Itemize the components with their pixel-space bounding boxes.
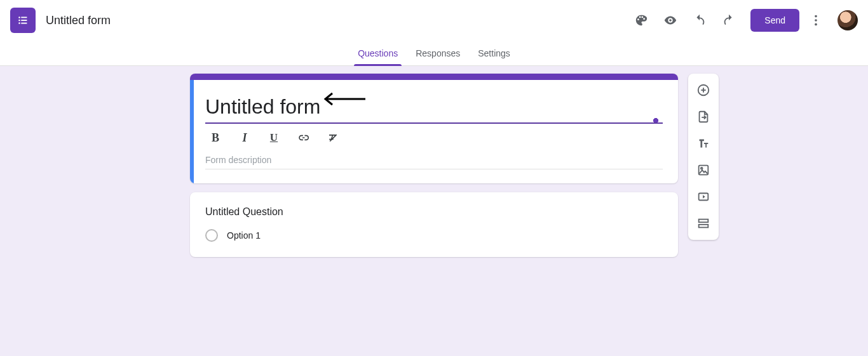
svg-rect-3 [21, 20, 27, 21]
option-row[interactable]: Option 1 [205, 229, 663, 242]
undo-icon [693, 13, 707, 27]
redo-icon [722, 13, 736, 27]
more-button[interactable] [803, 8, 829, 33]
format-bold-button[interactable]: B [208, 131, 223, 145]
form-title-input[interactable] [205, 93, 663, 124]
svg-point-2 [18, 20, 20, 22]
tab-responses[interactable]: Responses [407, 41, 469, 66]
preview-button[interactable] [658, 8, 683, 33]
question-card[interactable]: Untitled Question Option 1 [190, 192, 678, 257]
text-format-toolbar: B I U [205, 124, 663, 147]
svg-point-7 [815, 19, 817, 22]
title-card[interactable]: B I U [190, 74, 678, 183]
section-icon [696, 216, 710, 230]
format-underline-button[interactable]: U [266, 131, 281, 145]
redo-button[interactable] [716, 8, 742, 33]
send-button[interactable]: Send [750, 9, 799, 32]
eye-icon [663, 13, 677, 27]
title-card-accent-bar [190, 74, 678, 80]
svg-marker-17 [703, 195, 705, 199]
theme-button[interactable] [628, 8, 654, 33]
header-actions: Send [628, 8, 858, 33]
svg-point-15 [701, 168, 703, 169]
question-title[interactable]: Untitled Question [205, 206, 663, 218]
tabs-row: Questions Responses Settings [0, 41, 868, 66]
import-icon [696, 110, 710, 124]
svg-rect-5 [21, 23, 27, 24]
forms-logo-icon [16, 13, 30, 27]
svg-point-0 [18, 16, 20, 18]
text-icon [696, 136, 710, 150]
option-text[interactable]: Option 1 [227, 230, 261, 241]
svg-point-6 [815, 15, 817, 18]
link-icon [297, 131, 309, 144]
image-icon [696, 163, 710, 177]
import-questions-button[interactable] [691, 104, 716, 129]
forms-logo[interactable] [10, 8, 36, 33]
clear-format-icon [326, 131, 339, 144]
format-italic-button[interactable]: I [237, 131, 252, 145]
more-vert-icon [809, 13, 823, 27]
add-video-button[interactable] [691, 184, 716, 209]
svg-rect-18 [699, 220, 709, 223]
radio-icon [205, 229, 218, 242]
title-card-selection-edge [190, 80, 194, 183]
format-clear-button[interactable] [325, 131, 340, 145]
tab-settings[interactable]: Settings [469, 41, 519, 66]
add-image-button[interactable] [691, 157, 716, 183]
add-title-button[interactable] [691, 131, 716, 156]
add-section-button[interactable] [691, 211, 716, 236]
app-header: Untitled form Send [0, 0, 868, 41]
svg-rect-1 [21, 17, 27, 18]
svg-rect-19 [699, 225, 709, 228]
form-description-input[interactable] [205, 147, 663, 169]
video-icon [696, 190, 710, 204]
document-title[interactable]: Untitled form [46, 14, 111, 27]
form-canvas: B I U Untitled Question Op [0, 66, 868, 266]
format-link-button[interactable] [295, 131, 311, 145]
tab-questions[interactable]: Questions [349, 41, 407, 66]
add-question-button[interactable] [691, 77, 716, 103]
account-avatar[interactable] [837, 10, 858, 30]
undo-button[interactable] [687, 8, 712, 33]
svg-point-4 [18, 22, 20, 24]
palette-icon [634, 13, 648, 27]
plus-circle-icon [696, 83, 710, 97]
svg-point-8 [815, 23, 817, 26]
question-toolbar [688, 74, 719, 240]
